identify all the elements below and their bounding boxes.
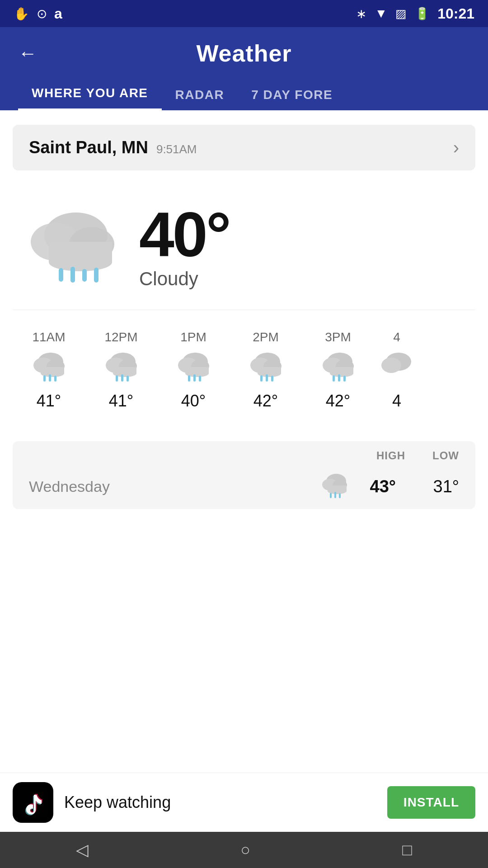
location-time: 9:51AM [156, 142, 197, 156]
bottom-nav: ◁ ○ □ [0, 832, 488, 868]
high-label: HIGH [376, 449, 405, 462]
svg-rect-26 [121, 374, 123, 382]
spinner-icon: ⊙ [37, 6, 47, 21]
svg-rect-50 [338, 374, 340, 382]
tab-bar: WHERE YOU ARE RADAR 7 DAY FORE [18, 78, 470, 110]
svg-rect-60 [334, 492, 336, 498]
location-row[interactable]: Saint Paul, MN 9:51AM › [13, 125, 475, 170]
hour-label: 11AM [32, 330, 65, 344]
hour-item-12pm: 12PM 41° [85, 319, 157, 421]
hour-label: 12PM [104, 330, 137, 344]
current-temperature: 40° [139, 203, 230, 266]
status-bar-right: ∗ ▼ ▨ 🔋 10:21 [356, 5, 474, 22]
status-time: 10:21 [437, 5, 474, 22]
ad-text: Keep watching [64, 793, 376, 812]
hour-icon-rain [103, 352, 139, 384]
svg-rect-41 [260, 375, 263, 382]
svg-rect-34 [193, 374, 196, 382]
svg-rect-6 [59, 271, 63, 280]
hour-icon-rain [175, 352, 211, 384]
hour-label: 4 [393, 330, 400, 344]
svg-rect-17 [43, 375, 46, 382]
tab-radar[interactable]: RADAR [162, 80, 238, 110]
svg-rect-19 [54, 376, 56, 382]
hour-temp: 42° [326, 392, 350, 410]
svg-rect-27 [127, 376, 129, 382]
hour-temp: 4 [392, 392, 401, 410]
page-title: Weather [196, 40, 291, 67]
location-city: Saint Paul, MN [29, 138, 148, 157]
hour-temp: 40° [181, 392, 206, 410]
location-info: Saint Paul, MN 9:51AM [29, 138, 197, 157]
daily-temps: 43° 31° [360, 477, 459, 496]
hour-item-11am: 11AM 41° [13, 319, 85, 421]
weather-temp-block: 40° Cloudy [139, 203, 230, 290]
svg-rect-35 [199, 376, 201, 382]
status-bar-left: ✋ ⊙ a [14, 5, 62, 22]
daily-header: HIGH LOW [13, 441, 475, 464]
header-top: ← Weather [18, 40, 470, 78]
svg-point-4 [49, 253, 112, 271]
svg-rect-11 [94, 268, 99, 283]
daily-high: 43° [360, 477, 396, 496]
svg-rect-25 [116, 375, 118, 382]
tab-7-day[interactable]: 7 DAY FORE [238, 80, 346, 110]
low-label: LOW [432, 449, 459, 462]
hour-icon-rain [248, 352, 284, 384]
status-bar: ✋ ⊙ a ∗ ▼ ▨ 🔋 10:21 [0, 0, 488, 27]
weather-icon-large [22, 201, 121, 292]
hour-label: 2PM [253, 330, 279, 344]
svg-rect-33 [188, 375, 190, 382]
hour-item-2pm: 2PM 42° [230, 319, 302, 421]
svg-rect-42 [266, 374, 268, 382]
svg-rect-10 [82, 273, 87, 281]
current-weather: 40° Cloudy [13, 192, 475, 310]
svg-rect-18 [49, 374, 51, 382]
tiktok-icon [13, 782, 53, 823]
multitouch-icon: ✋ [14, 6, 29, 21]
hourly-scroll: 11AM 41° 12PM [13, 319, 475, 421]
hour-label: 1PM [180, 330, 206, 344]
hour-temp: 41° [37, 392, 61, 410]
hourly-forecast: 11AM 41° 12PM [13, 310, 475, 430]
sim-icon: ▨ [395, 7, 407, 21]
install-button[interactable]: INSTALL [387, 786, 475, 819]
hour-item-1pm: 1PM 40° [157, 319, 230, 421]
daily-row-wednesday: Wednesday 43° 31° [13, 464, 475, 509]
svg-rect-43 [271, 376, 273, 382]
hour-icon-rain [31, 352, 67, 384]
hour-item-4: 4 4 [374, 319, 419, 421]
nav-recent-button[interactable]: □ [402, 840, 412, 859]
header: ← Weather WHERE YOU ARE RADAR 7 DAY FORE [0, 27, 488, 110]
svg-point-53 [381, 358, 401, 373]
nav-back-button[interactable]: ◁ [76, 840, 89, 859]
hour-icon-rain [320, 352, 356, 384]
hour-temp: 42° [253, 392, 278, 410]
tab-where-you-are[interactable]: WHERE YOU ARE [18, 78, 162, 110]
svg-rect-59 [330, 493, 332, 498]
battery-icon: 🔋 [415, 7, 429, 21]
hour-icon-partial [379, 352, 415, 384]
current-condition: Cloudy [139, 268, 230, 290]
chevron-right-icon: › [453, 137, 459, 158]
daily-day: Wednesday [29, 478, 309, 495]
svg-rect-8 [70, 271, 75, 283]
daily-low: 31° [423, 477, 459, 496]
hour-label: 3PM [325, 330, 351, 344]
svg-rect-51 [343, 376, 346, 382]
amazon-icon: a [54, 5, 62, 22]
ad-banner: Keep watching INSTALL [0, 773, 488, 832]
nav-home-button[interactable]: ○ [240, 840, 250, 859]
hour-item-3pm: 3PM 42° [302, 319, 374, 421]
wifi-icon: ▼ [375, 6, 387, 21]
bluetooth-icon: ∗ [356, 6, 366, 21]
svg-rect-61 [339, 493, 341, 498]
daily-icon-rain [320, 473, 349, 500]
back-button[interactable]: ← [18, 44, 37, 63]
main-content: Saint Paul, MN 9:51AM › 40° Cloudy [0, 110, 488, 509]
daily-forecast: HIGH LOW Wednesday 43° 31° [13, 441, 475, 509]
svg-rect-49 [333, 375, 335, 382]
hour-temp: 41° [109, 392, 133, 410]
